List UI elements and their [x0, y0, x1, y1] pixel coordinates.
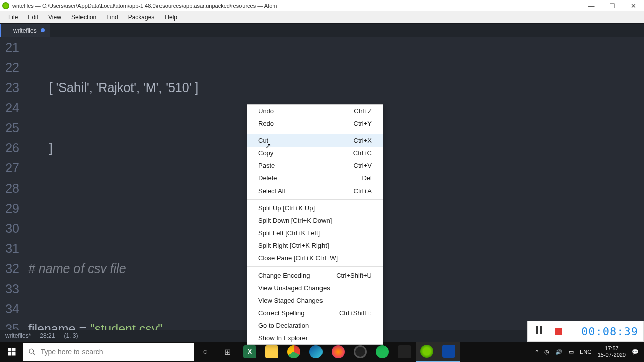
svg-rect-2: [8, 352, 12, 356]
taskbar-app-chrome[interactable]: [283, 342, 305, 362]
taskbar-app-atom[interactable]: [416, 342, 438, 362]
svg-rect-0: [8, 348, 12, 352]
context-menu-item[interactable]: Close Pane [Ctrl+K Ctrl+W]: [247, 252, 383, 264]
context-menu-shortcut: Ctrl+V: [354, 162, 372, 169]
context-menu-item[interactable]: Split Left [Ctrl+K Left]: [247, 227, 383, 239]
tray-notifications-icon[interactable]: 💬: [632, 349, 639, 355]
context-menu-label: Cut: [258, 137, 268, 144]
context-menu-item[interactable]: RedoCtrl+Y: [247, 117, 383, 130]
cortana-icon[interactable]: ○: [194, 342, 216, 362]
search-icon: [28, 348, 36, 356]
taskbar-app-excel[interactable]: X: [238, 342, 261, 362]
svg-rect-1: [12, 348, 16, 352]
context-menu-shortcut: Del: [362, 174, 372, 182]
close-button[interactable]: ✕: [629, 2, 638, 10]
context-menu-label: Show In Explorer: [258, 334, 308, 342]
context-menu-shortcut: Ctrl+X: [354, 137, 372, 144]
taskbar-search-input[interactable]: [41, 348, 189, 356]
taskbar-app-spotify[interactable]: [371, 342, 393, 362]
start-button[interactable]: [0, 342, 23, 362]
context-menu-item[interactable]: DeleteDel: [247, 172, 383, 185]
taskbar-app-edge[interactable]: [305, 342, 327, 362]
tab-writefiles[interactable]: writefiles: [0, 24, 50, 37]
code-line: [ 'Sahil', 'Rajkot', 'M', '510' ]: [28, 77, 644, 98]
context-menu-label: Go to Declaration: [258, 322, 309, 329]
context-menu-label: Close Pane [Ctrl+K Ctrl+W]: [258, 254, 338, 262]
menubar: File Edit View Selection Find Packages H…: [0, 11, 644, 23]
context-menu-label: Redo: [258, 120, 274, 127]
menu-selection[interactable]: Selection: [66, 13, 101, 22]
context-menu-label: Split Up [Ctrl+K Up]: [258, 204, 315, 212]
status-cursor-pos[interactable]: 28:21: [40, 332, 55, 339]
context-menu-label: Split Right [Ctrl+K Right]: [258, 242, 329, 249]
tray-battery-icon[interactable]: ▭: [569, 349, 574, 355]
screen-recorder-widget: 00:08:39: [527, 321, 644, 342]
menu-separator: [247, 266, 383, 267]
taskbar-app-camera[interactable]: [438, 342, 460, 362]
context-menu-label: View Staged Changes: [258, 297, 323, 304]
recording-time: 00:08:39: [581, 325, 643, 338]
menu-separator: [247, 132, 383, 132]
context-menu-item[interactable]: Correct SpellingCtrl+Shift+;: [247, 307, 383, 319]
context-menu-item[interactable]: Change EncodingCtrl+Shift+U: [247, 269, 383, 282]
tray-language[interactable]: ENG: [580, 349, 592, 355]
svg-line-5: [33, 353, 35, 355]
context-menu-shortcut: Ctrl+Y: [354, 120, 372, 127]
context-menu-item[interactable]: Split Right [Ctrl+K Right]: [247, 239, 383, 252]
maximize-button[interactable]: ☐: [608, 2, 617, 10]
taskbar-app-firefox[interactable]: [327, 342, 349, 362]
menu-edit[interactable]: Edit: [23, 13, 43, 22]
context-menu-label: Delete: [258, 174, 277, 182]
menu-view[interactable]: View: [43, 13, 66, 22]
menu-help[interactable]: Help: [159, 13, 182, 22]
context-menu-item[interactable]: View Staged Changes: [247, 294, 383, 307]
context-menu-shortcut: Ctrl+Shift+;: [339, 309, 372, 317]
context-menu-item[interactable]: CutCtrl+X: [247, 134, 383, 147]
menu-file[interactable]: File: [3, 13, 23, 22]
svg-point-4: [29, 349, 34, 353]
stop-recording-button[interactable]: [551, 324, 566, 339]
tray-network-icon[interactable]: ◷: [544, 349, 549, 355]
context-menu-item[interactable]: PasteCtrl+V: [247, 159, 383, 172]
context-menu: UndoCtrl+ZRedoCtrl+YCutCtrl+XCopyCtrl+CP…: [247, 104, 383, 345]
context-menu-label: Select All: [258, 187, 285, 195]
context-menu-label: Change Encoding: [258, 272, 310, 279]
context-menu-label: View Unstaged Changes: [258, 284, 330, 292]
titlebar: writefiles — C:\Users\user\AppData\Local…: [0, 0, 644, 11]
minimize-button[interactable]: —: [587, 2, 596, 10]
task-view-icon[interactable]: ⊞: [216, 342, 238, 362]
status-selection: (1, 3): [64, 332, 78, 339]
context-menu-item[interactable]: Go to Declaration: [247, 319, 383, 332]
context-menu-label: Undo: [258, 107, 274, 115]
tray-chevron-icon[interactable]: ^: [536, 349, 538, 355]
context-menu-shortcut: Ctrl+Z: [354, 107, 372, 115]
context-menu-item[interactable]: Split Down [Ctrl+K Down]: [247, 214, 383, 227]
context-menu-item[interactable]: Split Up [Ctrl+K Up]: [247, 202, 383, 214]
taskbar-app-obs[interactable]: [349, 342, 371, 362]
context-menu-item[interactable]: View Unstaged Changes: [247, 282, 383, 294]
menu-packages[interactable]: Packages: [123, 13, 160, 22]
menu-find[interactable]: Find: [101, 13, 123, 22]
taskbar-app-explorer[interactable]: [261, 342, 283, 362]
context-menu-shortcut: Ctrl+A: [354, 187, 372, 195]
pause-recording-button[interactable]: [532, 324, 547, 339]
context-menu-shortcut: Ctrl+C: [353, 149, 372, 157]
dirty-indicator-icon: [41, 28, 45, 32]
context-menu-label: Correct Spelling: [258, 309, 305, 317]
taskbar-search[interactable]: [23, 343, 194, 361]
context-menu-label: Paste: [258, 162, 275, 169]
svg-rect-3: [12, 352, 16, 356]
tab-bar: writefiles: [0, 23, 644, 37]
context-menu-item[interactable]: UndoCtrl+Z: [247, 105, 383, 117]
menu-separator: [247, 199, 383, 200]
context-menu-label: Split Left [Ctrl+K Left]: [258, 229, 320, 237]
context-menu-item[interactable]: CopyCtrl+C: [247, 147, 383, 159]
context-menu-item[interactable]: Show In Explorer: [247, 332, 383, 344]
context-menu-item[interactable]: Select AllCtrl+A: [247, 185, 383, 197]
tray-volume-icon[interactable]: 🔊: [555, 349, 562, 355]
status-filename[interactable]: writefiles*: [5, 332, 31, 339]
tray-clock[interactable]: 17:57 15-07-2020: [598, 345, 626, 358]
taskbar: ○ ⊞ X ^ ◷ 🔊 ▭ ENG 17:57 15-07-2020 💬: [0, 342, 644, 362]
taskbar-app-cmd[interactable]: [393, 342, 416, 362]
atom-icon: [2, 2, 9, 9]
